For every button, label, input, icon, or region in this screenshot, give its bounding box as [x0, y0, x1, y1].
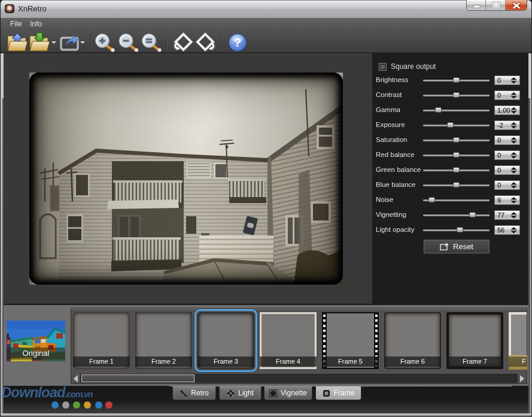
svg-text:?: ?	[234, 36, 241, 49]
